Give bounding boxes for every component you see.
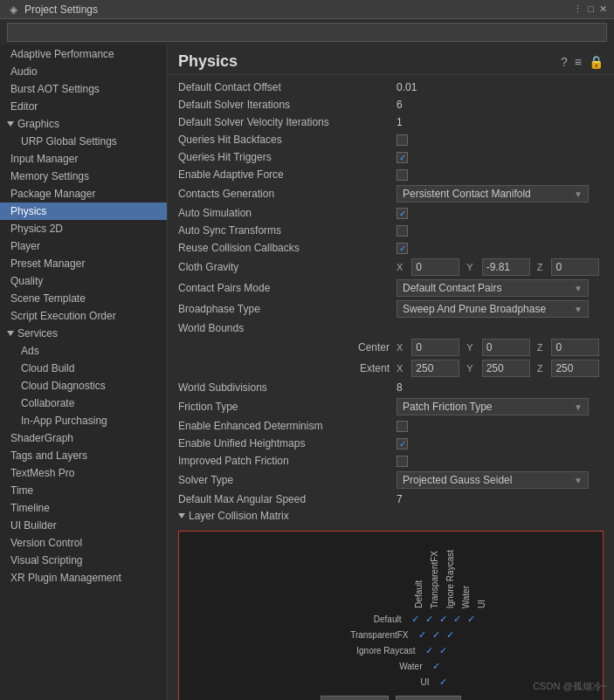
center-z-input[interactable] <box>551 339 599 356</box>
dropdown-20[interactable]: Projected Gauss Seidel▼ <box>397 471 589 489</box>
sidebar-item-time[interactable]: Time <box>0 482 167 499</box>
dropdown-text-6: Persistent Contact Manifold <box>403 188 531 200</box>
setting-row-5: Enable Adaptive Force <box>168 166 614 183</box>
matrix-check-0-4: ✓ <box>467 614 475 625</box>
matrix-cell-3-1[interactable] <box>444 659 458 673</box>
checkbox-7[interactable] <box>397 208 408 219</box>
matrix-cell-0-4[interactable]: ✓ <box>465 612 479 626</box>
sidebar-item-physics-2d[interactable]: Physics 2D <box>0 220 167 237</box>
sidebar-item-timeline[interactable]: Timeline <box>0 499 167 517</box>
matrix-check-1-2: ✓ <box>446 629 454 641</box>
sidebar-item-quality[interactable]: Quality <box>0 272 167 290</box>
settings-icon[interactable]: ≡ <box>575 55 582 69</box>
sidebar-item-audio[interactable]: Audio <box>0 63 167 80</box>
layer-matrix-toggle[interactable]: Layer Collision Matrix <box>168 508 614 524</box>
setting-row-18: Enable Unified Heightmaps <box>168 435 614 452</box>
sidebar-item-memory-settings[interactable]: Memory Settings <box>0 168 167 185</box>
matrix-cell-1-3[interactable] <box>458 628 472 642</box>
sidebar-item-editor[interactable]: Editor <box>0 98 167 115</box>
menu-icon[interactable]: ⋮ <box>573 3 583 15</box>
matrix-cell-0-1[interactable]: ✓ <box>423 612 437 626</box>
sidebar-item-input-manager[interactable]: Input Manager <box>0 150 167 168</box>
matrix-cell-0-3[interactable]: ✓ <box>451 612 465 626</box>
sidebar-item-cloud-build[interactable]: Cloud Build <box>0 360 167 377</box>
dropdown-arrow-20: ▼ <box>574 476 583 485</box>
setting-row-4: Queries Hit Triggers <box>168 148 614 166</box>
sidebar-item-in-app-purchasing[interactable]: In-App Purchasing <box>0 412 167 429</box>
toggle-icon-services-header <box>7 331 14 336</box>
setting-label-3: Queries Hit Backfaces <box>178 134 397 146</box>
matrix-cell-2-2[interactable] <box>451 643 465 657</box>
help-icon[interactable]: ? <box>561 55 568 69</box>
matrix-cell-1-0[interactable]: ✓ <box>416 628 430 642</box>
sidebar-item-visual-scripting[interactable]: Visual Scripting <box>0 552 167 569</box>
matrix-cell-2-0[interactable]: ✓ <box>423 643 437 657</box>
sidebar-section-services-header[interactable]: Services <box>0 325 167 342</box>
matrix-cell-2-1[interactable]: ✓ <box>437 643 451 657</box>
extent-z-input[interactable] <box>551 360 599 377</box>
col-label-ignore: Ignore Raycast <box>445 550 459 608</box>
extent-y-input[interactable] <box>482 360 530 377</box>
sidebar-section-graphics-header[interactable]: Graphics <box>0 115 167 133</box>
sidebar-item-physics[interactable]: Physics <box>0 202 167 220</box>
setting-row-9: Reuse Collision Callbacks <box>168 239 614 257</box>
sidebar-item-version-control[interactable]: Version Control <box>0 534 167 552</box>
dropdown-16[interactable]: Patch Friction Type▼ <box>397 398 589 415</box>
checkbox-19[interactable] <box>397 456 408 467</box>
sidebar-item-textmesh-pro[interactable]: TextMesh Pro <box>0 464 167 482</box>
matrix-check-0-3: ✓ <box>453 614 461 625</box>
sidebar-item-urp-global[interactable]: URP Global Settings <box>0 133 167 150</box>
extent-xyz: X Y Z <box>397 360 599 377</box>
sidebar-item-preset-manager[interactable]: Preset Manager <box>0 255 167 272</box>
disable-all-button[interactable]: Disable All <box>321 696 388 700</box>
extent-row: Extent X Y Z <box>168 358 614 379</box>
sidebar-item-cloud-diagnostics[interactable]: Cloud Diagnostics <box>0 377 167 395</box>
extent-x-input[interactable] <box>411 360 459 377</box>
enable-all-button[interactable]: Enable All <box>396 696 461 700</box>
matrix-cell-3-0[interactable]: ✓ <box>430 659 444 673</box>
center-x-input[interactable] <box>411 339 459 356</box>
setting-label-13: World Bounds <box>178 322 397 334</box>
dropdown-arrow-16: ▼ <box>574 402 583 412</box>
xyz-z-input-10[interactable] <box>551 258 599 276</box>
xyz-x-input-10[interactable] <box>411 258 459 276</box>
sidebar-item-burst-aot[interactable]: Burst AOT Settings <box>0 80 167 98</box>
sidebar-item-ui-builder[interactable]: UI Builder <box>0 517 167 534</box>
matrix-cell-1-1[interactable]: ✓ <box>430 628 444 642</box>
checkbox-4[interactable] <box>397 152 408 163</box>
search-input[interactable] <box>7 23 607 42</box>
sidebar-item-script-execution[interactable]: Script Execution Order <box>0 307 167 325</box>
close-icon[interactable]: ✕ <box>599 3 607 15</box>
matrix-cell-0-0[interactable]: ✓ <box>409 612 423 626</box>
xyz-y-input-10[interactable] <box>482 258 530 276</box>
center-y-input[interactable] <box>482 339 530 356</box>
sidebar-item-scene-template[interactable]: Scene Template <box>0 290 167 307</box>
dropdown-12[interactable]: Sweep And Prune Broadphase▼ <box>397 300 589 318</box>
sidebar-item-shadergraph[interactable]: ShaderGraph <box>0 429 167 447</box>
checkbox-17[interactable] <box>397 421 408 432</box>
matrix-check-0-1: ✓ <box>425 614 433 625</box>
matrix-cell-0-2[interactable]: ✓ <box>437 612 451 626</box>
dropdown-text-20: Projected Gauss Seidel <box>403 474 512 486</box>
checkbox-18[interactable] <box>397 438 408 450</box>
checkbox-5[interactable] <box>397 169 408 181</box>
matrix-check-0-2: ✓ <box>439 614 447 625</box>
dropdown-6[interactable]: Persistent Contact Manifold▼ <box>397 185 589 202</box>
checkbox-8[interactable] <box>397 225 408 237</box>
sidebar-item-package-manager[interactable]: Package Manager <box>0 185 167 202</box>
sidebar-item-player[interactable]: Player <box>0 237 167 255</box>
sidebar-item-collaborate[interactable]: Collaborate <box>0 395 167 412</box>
checkbox-3[interactable] <box>397 134 408 146</box>
maximize-icon[interactable]: □ <box>588 3 594 15</box>
dropdown-11[interactable]: Default Contact Pairs▼ <box>397 279 589 297</box>
matrix-cell-1-2[interactable]: ✓ <box>444 628 458 642</box>
col-label-water: Water <box>461 586 475 608</box>
xyz-y-label-10: Y <box>466 262 473 272</box>
sidebar-item-ads[interactable]: Ads <box>0 342 167 360</box>
matrix-cell-4-0[interactable]: ✓ <box>437 675 451 689</box>
sidebar-item-xr-plugin[interactable]: XR Plugin Management <box>0 569 167 587</box>
sidebar-item-tags-layers[interactable]: Tags and Layers <box>0 447 167 464</box>
checkbox-9[interactable] <box>397 243 408 254</box>
sidebar-item-adaptive-performance[interactable]: Adaptive Performance <box>0 45 167 63</box>
lock-icon[interactable]: 🔒 <box>589 55 604 69</box>
